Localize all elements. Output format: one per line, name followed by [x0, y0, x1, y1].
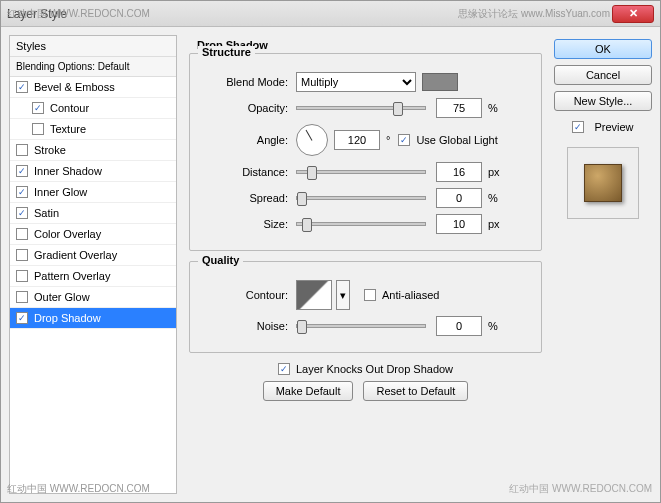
style-item-contour[interactable]: Contour	[10, 98, 176, 119]
structure-group: Structure Blend Mode: Multiply Opacity: …	[189, 53, 542, 251]
style-checkbox[interactable]	[32, 123, 44, 135]
style-checkbox[interactable]	[16, 81, 28, 93]
style-checkbox[interactable]	[16, 186, 28, 198]
style-item-outer-glow[interactable]: Outer Glow	[10, 287, 176, 308]
spread-label: Spread:	[200, 192, 288, 204]
size-label: Size:	[200, 218, 288, 230]
noise-input[interactable]	[436, 316, 482, 336]
use-global-light-checkbox[interactable]	[398, 134, 410, 146]
knockout-label: Layer Knocks Out Drop Shadow	[296, 363, 453, 375]
contour-swatch[interactable]	[296, 280, 332, 310]
style-label: Bevel & Emboss	[34, 81, 115, 93]
noise-slider[interactable]	[296, 324, 426, 328]
opacity-input[interactable]	[436, 98, 482, 118]
style-checkbox[interactable]	[16, 270, 28, 282]
spread-input[interactable]	[436, 188, 482, 208]
preview-swatch	[584, 164, 622, 202]
contour-dropdown[interactable]: ▾	[336, 280, 350, 310]
watermark-bottom-left: 红动中国 WWW.REDOCN.COM	[7, 482, 150, 496]
style-checkbox[interactable]	[16, 249, 28, 261]
style-item-gradient-overlay[interactable]: Gradient Overlay	[10, 245, 176, 266]
style-label: Pattern Overlay	[34, 270, 110, 282]
style-label: Outer Glow	[34, 291, 90, 303]
anti-aliased-label: Anti-aliased	[382, 289, 439, 301]
preview-thumbnail	[567, 147, 639, 219]
size-unit: px	[488, 218, 500, 230]
angle-unit: °	[386, 134, 390, 146]
styles-list: Styles Blending Options: Default Bevel &…	[9, 35, 177, 494]
style-label: Inner Glow	[34, 186, 87, 198]
close-button[interactable]: ✕	[612, 5, 654, 23]
center-panel: Drop Shadow Structure Blend Mode: Multip…	[177, 35, 554, 494]
style-checkbox[interactable]	[16, 291, 28, 303]
distance-label: Distance:	[200, 166, 288, 178]
use-global-light-label: Use Global Light	[416, 134, 497, 146]
watermark-bottom-right: 红动中国 WWW.REDOCN.COM	[509, 482, 652, 496]
style-item-bevel-emboss[interactable]: Bevel & Emboss	[10, 77, 176, 98]
style-label: Drop Shadow	[34, 312, 101, 324]
style-label: Color Overlay	[34, 228, 101, 240]
opacity-slider[interactable]	[296, 106, 426, 110]
structure-legend: Structure	[198, 46, 255, 58]
angle-dial[interactable]	[296, 124, 328, 156]
distance-slider[interactable]	[296, 170, 426, 174]
layer-style-dialog: Layer Style ✕ 红动中国 WWW.REDOCN.COM 思缘设计论坛…	[0, 0, 661, 503]
style-label: Texture	[50, 123, 86, 135]
size-input[interactable]	[436, 214, 482, 234]
style-item-inner-glow[interactable]: Inner Glow	[10, 182, 176, 203]
cancel-button[interactable]: Cancel	[554, 65, 652, 85]
style-checkbox[interactable]	[16, 228, 28, 240]
blending-options[interactable]: Blending Options: Default	[10, 57, 176, 77]
blend-mode-label: Blend Mode:	[200, 76, 288, 88]
opacity-unit: %	[488, 102, 498, 114]
style-item-pattern-overlay[interactable]: Pattern Overlay	[10, 266, 176, 287]
style-checkbox[interactable]	[16, 165, 28, 177]
style-checkbox[interactable]	[16, 312, 28, 324]
watermark-top-left: 红动中国 WWW.REDOCN.COM	[7, 7, 150, 21]
preview-checkbox[interactable]	[572, 121, 584, 133]
noise-label: Noise:	[200, 320, 288, 332]
quality-legend: Quality	[198, 254, 243, 266]
size-slider[interactable]	[296, 222, 426, 226]
spread-slider[interactable]	[296, 196, 426, 200]
knockout-checkbox[interactable]	[278, 363, 290, 375]
preview-label: Preview	[594, 121, 633, 133]
blend-mode-select[interactable]: Multiply	[296, 72, 416, 92]
style-checkbox[interactable]	[16, 144, 28, 156]
spread-unit: %	[488, 192, 498, 204]
styles-header[interactable]: Styles	[10, 36, 176, 57]
style-label: Inner Shadow	[34, 165, 102, 177]
style-item-satin[interactable]: Satin	[10, 203, 176, 224]
style-item-color-overlay[interactable]: Color Overlay	[10, 224, 176, 245]
style-item-drop-shadow[interactable]: Drop Shadow	[10, 308, 176, 329]
ok-button[interactable]: OK	[554, 39, 652, 59]
style-checkbox[interactable]	[32, 102, 44, 114]
distance-unit: px	[488, 166, 500, 178]
distance-input[interactable]	[436, 162, 482, 182]
contour-label: Contour:	[200, 289, 288, 301]
anti-aliased-checkbox[interactable]	[364, 289, 376, 301]
opacity-label: Opacity:	[200, 102, 288, 114]
new-style-button[interactable]: New Style...	[554, 91, 652, 111]
style-label: Satin	[34, 207, 59, 219]
watermark-top-right: 思缘设计论坛 www.MissYuan.com	[458, 7, 610, 21]
right-panel: OK Cancel New Style... Preview	[554, 35, 652, 494]
reset-default-button[interactable]: Reset to Default	[363, 381, 468, 401]
style-label: Gradient Overlay	[34, 249, 117, 261]
make-default-button[interactable]: Make Default	[263, 381, 354, 401]
angle-label: Angle:	[200, 134, 288, 146]
style-item-stroke[interactable]: Stroke	[10, 140, 176, 161]
style-item-texture[interactable]: Texture	[10, 119, 176, 140]
style-checkbox[interactable]	[16, 207, 28, 219]
angle-input[interactable]	[334, 130, 380, 150]
style-label: Stroke	[34, 144, 66, 156]
style-item-inner-shadow[interactable]: Inner Shadow	[10, 161, 176, 182]
noise-unit: %	[488, 320, 498, 332]
shadow-color-swatch[interactable]	[422, 73, 458, 91]
style-label: Contour	[50, 102, 89, 114]
quality-group: Quality Contour: ▾ Anti-aliased Noise: %	[189, 261, 542, 353]
